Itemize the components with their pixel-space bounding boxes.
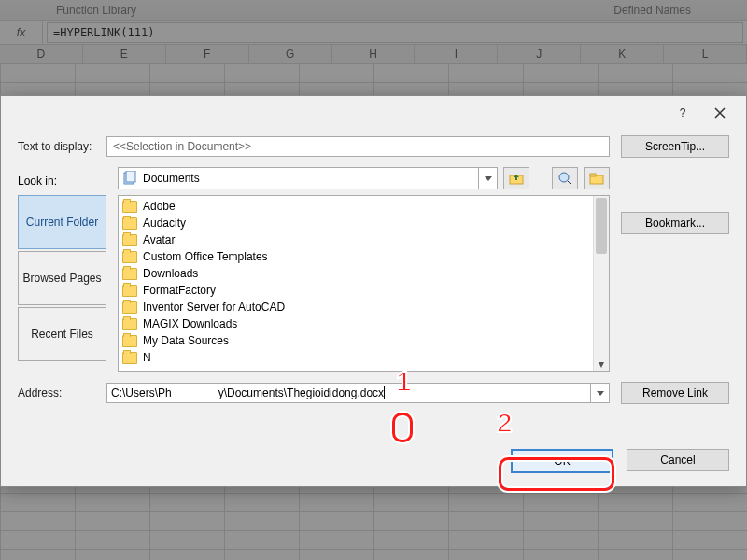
svg-point-3 (559, 173, 569, 182)
look-in-dropdown-arrow[interactable] (478, 168, 497, 189)
tab-recent-files[interactable]: Recent Files (18, 307, 106, 361)
close-icon (714, 107, 726, 119)
address-dropdown-arrow[interactable] (590, 384, 609, 402)
list-item-label: Avatar (143, 233, 175, 246)
list-item-label: Audacity (143, 217, 186, 230)
list-item-label: N (143, 351, 151, 364)
text-to-display-label: Text to display: (18, 140, 106, 153)
folder-icon (122, 234, 137, 246)
folder-icon (122, 352, 137, 364)
close-button[interactable] (701, 100, 739, 126)
tab-current-folder[interactable]: Current Folder (18, 195, 106, 249)
folder-icon (122, 335, 137, 347)
help-button[interactable]: ? (664, 100, 701, 126)
list-item-label: Downloads (143, 267, 198, 280)
screentip-button[interactable]: ScreenTip... (621, 135, 729, 158)
look-in-combo[interactable]: Documents (118, 167, 498, 189)
ok-button[interactable]: OK (511, 449, 613, 473)
folder-up-icon (509, 172, 524, 185)
list-item-label: MAGIX Downloads (143, 317, 237, 330)
globe-search-icon (557, 171, 572, 186)
list-item[interactable]: Inventor Server for AutoCAD (122, 299, 589, 315)
list-item-label: FormatFactory (143, 284, 216, 297)
scroll-thumb[interactable] (596, 198, 607, 254)
list-item[interactable]: Avatar (122, 231, 589, 248)
folder-icon (122, 285, 137, 297)
address-value-pre: C:\Users\Ph (111, 386, 172, 399)
open-folder-icon (589, 172, 604, 185)
folder-icon (122, 301, 137, 314)
chevron-down-icon (485, 176, 492, 181)
folder-icon (122, 201, 137, 213)
chevron-down-icon (597, 391, 604, 396)
list-item-label: Inventor Server for AutoCAD (143, 301, 285, 314)
list-item-label: Adobe (143, 200, 176, 213)
remove-link-button[interactable]: Remove Link (621, 382, 729, 404)
list-item[interactable]: MAGIX Downloads (122, 315, 589, 332)
list-item[interactable]: Adobe (122, 198, 589, 215)
list-item[interactable]: My Data Sources (122, 332, 589, 349)
address-input[interactable]: C:\Users\Ph y\Documents\Thegioididong.do… (106, 383, 610, 403)
bookmark-button[interactable]: Bookmark... (621, 212, 729, 234)
browse-web-button[interactable] (552, 167, 578, 189)
tab-browsed-pages[interactable]: Browsed Pages (18, 251, 106, 305)
folder-icon (122, 217, 137, 230)
cancel-button[interactable]: Cancel (627, 449, 729, 471)
list-item[interactable]: Downloads (122, 265, 589, 282)
file-list[interactable]: Adobe Audacity Avatar Custom Office Temp… (118, 195, 610, 372)
insert-hyperlink-dialog: ? Text to display: ScreenTip... Look in:… (0, 95, 747, 487)
text-cursor (384, 386, 385, 399)
documents-icon (122, 171, 137, 186)
up-one-level-button[interactable] (503, 167, 529, 189)
list-item[interactable]: Audacity (122, 215, 589, 231)
folder-icon (122, 318, 137, 330)
address-label: Address: (18, 386, 106, 399)
look-in-label: Look in: (18, 167, 106, 195)
text-to-display-input[interactable] (106, 136, 610, 157)
list-item[interactable]: Custom Office Templates (122, 248, 589, 265)
folder-icon (122, 268, 137, 280)
folder-icon (122, 251, 137, 263)
help-icon: ? (680, 106, 686, 119)
scroll-down-arrow[interactable]: ▾ (594, 356, 609, 371)
list-item-label: My Data Sources (143, 334, 229, 347)
address-value-post: y\Documents\Thegioididong.docx (218, 386, 384, 399)
svg-rect-1 (126, 171, 135, 182)
svg-rect-5 (590, 174, 596, 176)
list-item[interactable]: FormatFactory (122, 282, 589, 299)
list-item-label: Custom Office Templates (143, 250, 268, 263)
file-list-scrollbar[interactable]: ▴ ▾ (593, 196, 609, 371)
browse-file-button[interactable] (584, 167, 610, 189)
redacted-segment (172, 386, 218, 399)
look-in-value: Documents (143, 172, 200, 185)
dialog-titlebar: ? (1, 96, 746, 130)
list-item[interactable]: N (122, 349, 589, 366)
